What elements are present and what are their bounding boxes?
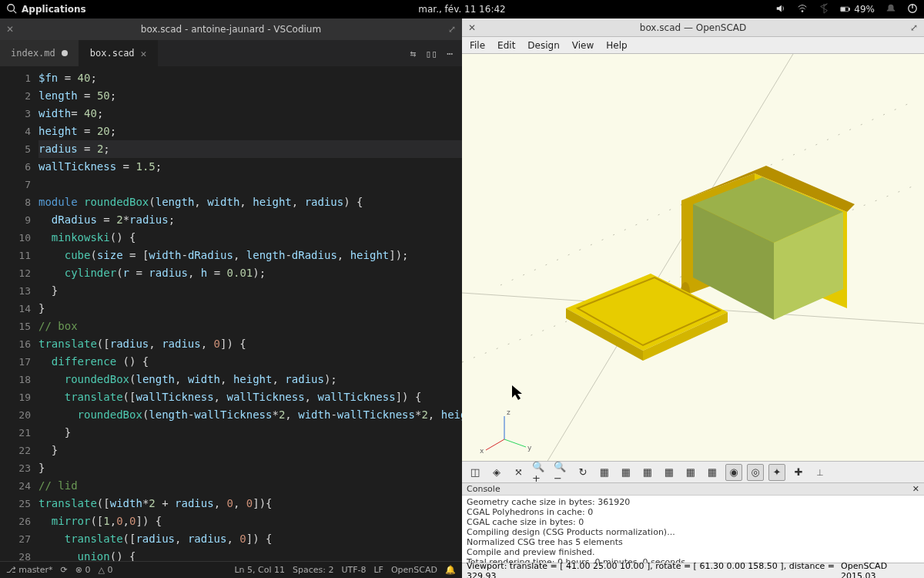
code-editor[interactable]: 1234567891011121314151617181920212223242…	[0, 66, 462, 561]
tab-box-scad[interactable]: box.scad ✕	[79, 40, 159, 66]
close-icon[interactable]: ✕	[462, 22, 482, 33]
code-line[interactable]: }	[38, 300, 462, 318]
eol[interactable]: LF	[373, 565, 383, 575]
notifications-icon[interactable]: 🔔	[445, 565, 456, 575]
openscad-version: OpenSCAD 2015.03	[841, 561, 919, 579]
code-line[interactable]: }	[38, 442, 462, 459]
code-line[interactable]	[38, 176, 462, 193]
openscad-window: ✕ box.scad — OpenSCAD ⤢ FileEditDesignVi…	[462, 18, 924, 578]
zoom-in-icon[interactable]: 🔍+	[531, 464, 548, 481]
svg-point-0	[8, 4, 15, 11]
code-line[interactable]: $fn = 40;	[38, 69, 462, 87]
battery-icon[interactable]: 49%	[840, 4, 875, 15]
svg-text:x: x	[480, 447, 484, 455]
git-sync-icon[interactable]: ⟳	[60, 565, 67, 575]
reset-view-icon[interactable]: ↻	[574, 464, 591, 481]
notifications-off-icon[interactable]	[886, 3, 896, 16]
left-icon[interactable]: ▦	[639, 464, 656, 481]
svg-rect-4	[842, 8, 845, 11]
code-line[interactable]: union() {	[38, 548, 462, 561]
menu-edit[interactable]: Edit	[493, 39, 520, 52]
viewport-3d[interactable]: z y x	[462, 54, 924, 461]
code-line[interactable]: cube(size = [width-dRadius, length-dRadi…	[38, 247, 462, 264]
code-line[interactable]: // lid	[38, 477, 462, 495]
code-line[interactable]: length = 50;	[38, 87, 462, 105]
vscodium-statusbar: ⎇ master* ⟳ ⊗ 0 △ 0 Ln 5, Col 11 Spaces:…	[0, 561, 462, 578]
bottom-icon[interactable]: ▦	[704, 464, 721, 481]
dirty-dot-icon	[62, 50, 68, 56]
menu-file[interactable]: File	[465, 39, 490, 52]
close-tab-icon[interactable]: ✕	[141, 48, 147, 59]
cursor-icon	[512, 385, 522, 400]
code-line[interactable]: translate([wallTickness, wallTickness, w…	[38, 388, 462, 406]
split-editor-icon[interactable]: ▯▯	[426, 48, 438, 59]
code-line[interactable]: width= 40;	[38, 105, 462, 123]
crosshair-icon[interactable]: ✚	[790, 464, 807, 481]
cursor-position[interactable]: Ln 5, Col 11	[234, 565, 285, 575]
console-output[interactable]: Geometry cache size in bytes: 361920CGAL…	[462, 496, 924, 563]
code-line[interactable]: }	[38, 282, 462, 300]
power-icon[interactable]	[907, 3, 918, 16]
front-icon[interactable]: ▦	[596, 464, 613, 481]
maximize-icon[interactable]: ⤢	[904, 22, 924, 33]
code-line[interactable]: // box	[38, 318, 462, 335]
code-line[interactable]: radius = 2;	[38, 140, 462, 158]
code-line[interactable]: }	[38, 424, 462, 442]
close-console-icon[interactable]: ✕	[912, 484, 919, 494]
code-line[interactable]: }	[38, 459, 462, 477]
more-actions-icon[interactable]: ⋯	[447, 48, 453, 59]
wifi-icon[interactable]	[797, 3, 808, 16]
svg-text:y: y	[527, 444, 532, 452]
render-icon[interactable]: ◈	[488, 464, 505, 481]
code-view[interactable]: $fn = 40;length = 50;width= 40;height = …	[38, 66, 462, 561]
code-line[interactable]: roundedBox(length, width, height, radius…	[38, 371, 462, 388]
menu-help[interactable]: Help	[601, 39, 631, 52]
back-icon[interactable]: ▦	[618, 464, 634, 481]
code-line[interactable]: translate([radius, radius, 0]) {	[38, 530, 462, 548]
battery-pct: 49%	[854, 4, 875, 15]
applications-menu[interactable]: Applications	[22, 4, 86, 15]
indentation[interactable]: Spaces: 2	[293, 565, 333, 575]
bluetooth-off-icon[interactable]	[819, 3, 829, 16]
menu-design[interactable]: Design	[523, 39, 564, 52]
perspective-icon[interactable]: ◉	[725, 464, 742, 481]
language-mode[interactable]: OpenSCAD	[391, 565, 437, 575]
openscad-toolbar: ◫◈⤧🔍+🔍−↻▦▦▦▦▦▦◉◎✦✚⟂	[462, 461, 924, 482]
maximize-icon[interactable]: ⤢	[442, 24, 462, 35]
preview-icon[interactable]: ◫	[467, 464, 484, 481]
code-line[interactable]: wallTickness = 1.5;	[38, 158, 462, 176]
code-line[interactable]: height = 20;	[38, 123, 462, 140]
git-branch[interactable]: ⎇ master*	[6, 565, 52, 575]
compare-icon[interactable]: ⇆	[410, 48, 417, 59]
scale-icon[interactable]: ⟂	[812, 464, 829, 481]
code-line[interactable]: module roundedBox(length, width, height,…	[38, 193, 462, 211]
encoding[interactable]: UTF-8	[341, 565, 366, 575]
top-icon[interactable]: ▦	[682, 464, 699, 481]
menu-view[interactable]: View	[567, 39, 598, 52]
console-line: Compiling design (CSG Products normaliza…	[467, 527, 919, 537]
axes-icon[interactable]: ✦	[768, 464, 785, 481]
code-line[interactable]: difference () {	[38, 353, 462, 371]
svg-text:z: z	[507, 408, 511, 416]
errors[interactable]: ⊗ 0	[75, 565, 91, 575]
code-line[interactable]: minkowski() {	[38, 229, 462, 247]
console-line: CGAL Polyhedrons in cache: 0	[467, 507, 919, 517]
svg-marker-27	[512, 385, 522, 400]
warnings[interactable]: △ 0	[98, 565, 112, 575]
right-icon[interactable]: ▦	[661, 464, 678, 481]
code-line[interactable]: cylinder(r = radius, h = 0.01);	[38, 264, 462, 282]
vscodium-titlebar: ✕ box.scad - antoine-jaunard - VSCodium …	[0, 18, 462, 40]
axis-gizmo: z y x	[480, 408, 532, 455]
volume-icon[interactable]	[775, 3, 786, 16]
code-line[interactable]: translate([radius, radius, 0]) {	[38, 335, 462, 353]
close-icon[interactable]: ✕	[0, 24, 20, 35]
tab-index-md[interactable]: index.md	[0, 40, 79, 66]
code-line[interactable]: mirror([1,0,0]) {	[38, 512, 462, 530]
view-all-icon[interactable]: ⤧	[510, 464, 527, 481]
code-line[interactable]: dRadius = 2*radius;	[38, 211, 462, 229]
search-icon[interactable]	[6, 3, 17, 16]
code-line[interactable]: translate([width*2 + radius, 0, 0]){	[38, 495, 462, 512]
code-line[interactable]: roundedBox(length-wallTickness*2, width-…	[38, 406, 462, 424]
ortho-icon[interactable]: ◎	[747, 464, 764, 481]
zoom-out-icon[interactable]: 🔍−	[553, 464, 570, 481]
